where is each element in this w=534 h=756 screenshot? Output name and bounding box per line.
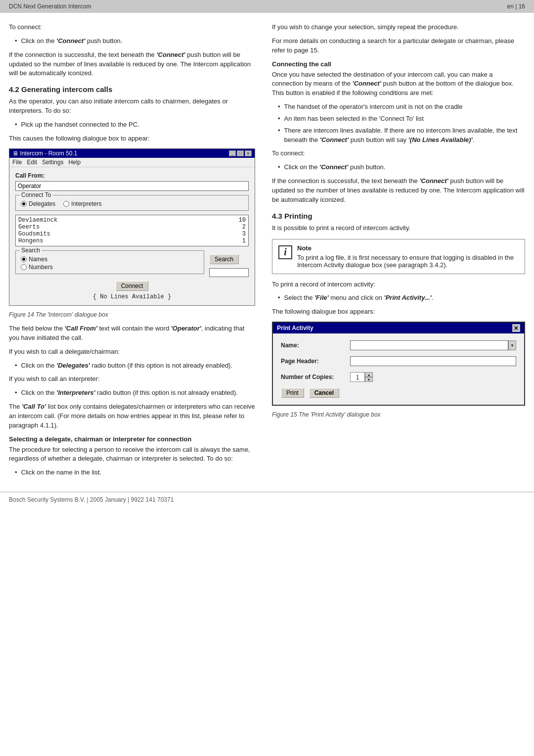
handset-bullets: Pick up the handset connected to the PC. xyxy=(9,120,255,130)
note-text: To print a log file, it is first necessa… xyxy=(297,254,514,269)
header-title: DCN Next Generation Intercom xyxy=(9,3,91,10)
left-column: To connect: Click on the 'Connect' push … xyxy=(9,23,267,482)
change-selection-para: If you wish to change your selection, si… xyxy=(272,23,525,32)
delegates-bullet-list: Click on the 'Delegates' radio button (i… xyxy=(9,361,255,371)
search-group: Search Names Numbers xyxy=(15,250,204,274)
copies-input[interactable]: 1 ▲ ▼ xyxy=(350,372,373,382)
call-from-description: The field below the 'Call From' text wil… xyxy=(9,324,255,343)
print-activity-dialog[interactable]: Print Activity × Name: ▼ Page Header: Nu… xyxy=(272,322,525,406)
section-42-intro: As the operator, you can also initiate i… xyxy=(9,97,255,116)
names-radio[interactable] xyxy=(21,256,27,262)
print-bullets: Select the 'File' menu and click on 'Pri… xyxy=(272,293,525,303)
search-button[interactable]: Search xyxy=(209,254,239,264)
bullet-file-menu: Select the 'File' menu and click on 'Pri… xyxy=(272,293,525,303)
interpreters-radio[interactable] xyxy=(63,201,69,207)
name-dropdown-arrow[interactable]: ▼ xyxy=(508,340,516,350)
names-radio-row[interactable]: Names xyxy=(21,256,53,263)
call-to-description: The 'Call To' list box only contains del… xyxy=(9,402,255,430)
numbers-radio-label: Numbers xyxy=(29,264,53,271)
bullet-interpreters: Click on the 'Interpreters' radio button… xyxy=(9,388,255,398)
copies-label: Number of Copies: xyxy=(281,374,345,380)
printing-intro: It is possible to print a record of inte… xyxy=(272,224,525,233)
call-from-input[interactable] xyxy=(15,181,249,191)
minimize-button[interactable]: _ xyxy=(229,150,236,156)
close-button[interactable]: × xyxy=(245,150,252,156)
bullet-click-name: Click on the name in the list. xyxy=(9,468,255,477)
print-dialog-titlebar: Print Activity × xyxy=(273,323,524,333)
name-input[interactable] xyxy=(350,340,508,350)
print-dialog-body: Name: ▼ Page Header: Number of Copies: 1 xyxy=(273,333,524,405)
interpreters-label: Interpreters xyxy=(71,200,101,207)
page-footer: Bosch Security Systems B.V. | 2005 Janua… xyxy=(0,492,534,507)
search-button-area: Search xyxy=(209,250,249,277)
page-header-input[interactable] xyxy=(350,356,516,366)
name-dropdown[interactable]: ▼ xyxy=(350,340,516,350)
search-reference-para: For more details on conducting a search … xyxy=(272,37,525,55)
name-field-label: Name: xyxy=(281,342,345,349)
connecting-call-intro: Once you have selected the destination o… xyxy=(272,70,525,98)
search-radio-group: Names Numbers xyxy=(21,256,53,271)
interpreter-intro: If you wish to call an interpreter: xyxy=(9,375,255,384)
list-item[interactable]: Hongens1 xyxy=(18,237,246,244)
menu-settings[interactable]: Settings xyxy=(42,159,63,166)
click-name-bullets: Click on the name in the list. xyxy=(9,468,255,477)
dialog-appears-para: The following dialogue box appears: xyxy=(272,307,525,317)
delegates-label: Delegates xyxy=(29,200,55,207)
to-connect-para: To connect: xyxy=(272,149,525,158)
section-43-heading: 4.3 Printing xyxy=(272,212,525,220)
bullet-connect: Click on the 'Connect' push button. xyxy=(9,37,255,46)
connect-to-group: Connect To Delegates Interpreters xyxy=(15,195,249,211)
connect-to-label: Connect To xyxy=(20,191,53,198)
intercom-title: Intercom - Room 50.1 xyxy=(20,150,77,157)
numbers-radio[interactable] xyxy=(21,264,27,270)
connect-to-radios: Delegates Interpreters xyxy=(21,200,243,207)
connect-success-para: If the connection is successful, the tex… xyxy=(9,50,255,79)
intercom-dialog[interactable]: 🖥 Intercom - Room 50.1 _ □ × File Edit S… xyxy=(9,148,255,306)
list-item[interactable]: Goudsmits3 xyxy=(18,231,246,237)
list-item[interactable]: Geerts2 xyxy=(18,224,246,231)
section-42-heading: 4.2 Generating intercom calls xyxy=(9,85,255,94)
list-item[interactable]: Devlaeminck10 xyxy=(18,217,246,224)
condition-1: The handset of the operator's intercom u… xyxy=(272,102,525,112)
note-icon: i xyxy=(278,245,292,259)
search-input[interactable] xyxy=(209,268,249,277)
delegates-radio[interactable] xyxy=(21,201,27,207)
restore-button[interactable]: □ xyxy=(237,150,244,156)
note-content: Note To print a log file, it is first ne… xyxy=(297,244,519,269)
print-dialog-close[interactable]: × xyxy=(512,324,520,332)
print-button[interactable]: Print xyxy=(281,388,304,398)
delegates-radio-row[interactable]: Delegates xyxy=(21,200,55,207)
connect-btn-row: Connect xyxy=(15,281,249,291)
note-box: i Note To print a log file, it is first … xyxy=(272,239,525,274)
bullet-connect-right: Click on the 'Connect' push button. xyxy=(272,163,525,172)
fig14-caption: Figure 14 The 'Intercom' dialogue box xyxy=(9,311,255,319)
interpreters-radio-row[interactable]: Interpreters xyxy=(63,200,101,207)
right-column: If you wish to change your selection, si… xyxy=(267,23,525,482)
print-record-intro: To print a record of intercom activity: xyxy=(272,280,525,289)
print-cancel-button[interactable]: Cancel xyxy=(309,388,339,398)
search-area: Search Names Numbers xyxy=(15,250,249,277)
connect-right-bullets: Click on the 'Connect' push button. xyxy=(272,163,525,172)
bullet-delegates: Click on the 'Delegates' radio button (i… xyxy=(9,361,255,371)
menu-edit[interactable]: Edit xyxy=(27,159,37,166)
page-header: DCN Next Generation Intercom en | 16 xyxy=(0,0,534,13)
connect-bullets: Click on the 'Connect' push button. xyxy=(9,37,255,46)
dialog-intro: This causes the following dialogue box t… xyxy=(9,134,255,143)
conditions-list: The handset of the operator's intercom u… xyxy=(272,102,525,144)
copies-row: Number of Copies: 1 ▲ ▼ xyxy=(281,372,516,382)
fig15-caption: Figure 15 The 'Print Activity' dialogue … xyxy=(272,411,525,419)
menu-help[interactable]: Help xyxy=(68,159,81,166)
footer-text: Bosch Security Systems B.V. | 2005 Janua… xyxy=(9,496,174,503)
menu-file[interactable]: File xyxy=(12,159,22,166)
copies-up-arrow[interactable]: ▲ xyxy=(365,372,373,377)
connect-dialog-button[interactable]: Connect xyxy=(116,281,149,291)
delegate-call-intro: If you wish to call a delegate/chairman: xyxy=(9,347,255,357)
print-btn-row: Print Cancel xyxy=(281,388,516,398)
delegate-list[interactable]: Devlaeminck10 Geerts2 Goudsmits3 Hongens… xyxy=(15,215,249,246)
copies-arrows: ▲ ▼ xyxy=(365,372,373,382)
copies-value: 1 xyxy=(350,372,365,382)
note-title: Note xyxy=(297,244,519,252)
numbers-radio-row[interactable]: Numbers xyxy=(21,264,53,271)
call-from-label: Call From: xyxy=(15,172,249,179)
copies-down-arrow[interactable]: ▼ xyxy=(365,377,373,382)
